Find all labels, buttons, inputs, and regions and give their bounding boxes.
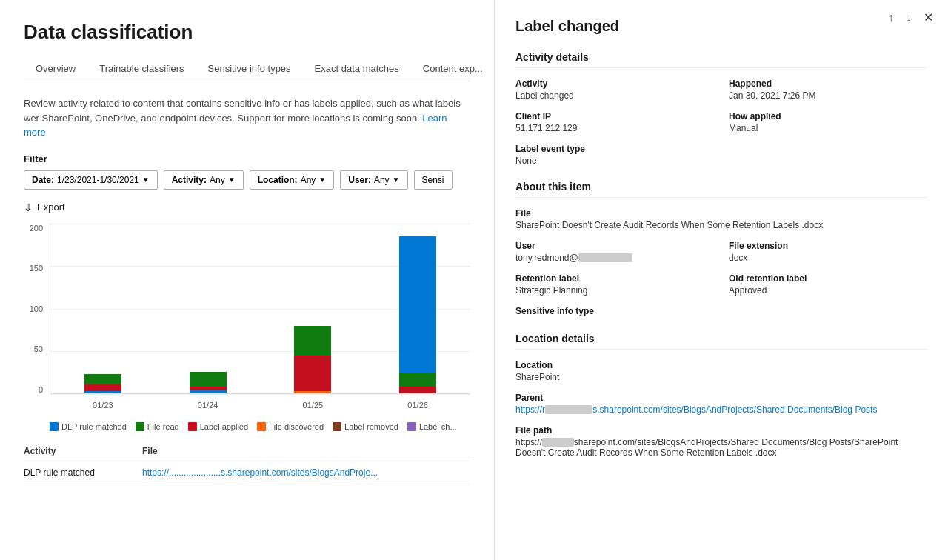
detail-fileext: File extension docx bbox=[729, 241, 927, 263]
legend-fileread-box bbox=[136, 422, 144, 431]
legend-labelapplied-box bbox=[188, 422, 197, 431]
bar-seg-blue-0123 bbox=[84, 391, 121, 393]
tab-content[interactable]: Content exp... bbox=[411, 57, 495, 81]
y-label-200: 200 bbox=[30, 224, 43, 233]
export-button[interactable]: ⇓ Export bbox=[24, 201, 65, 213]
tab-overview[interactable]: Overview bbox=[24, 57, 87, 81]
legend-labelremoved: Label removed bbox=[333, 422, 398, 431]
detail-user: User tony.redmond@ bbox=[515, 241, 714, 263]
bar-seg-green-0124 bbox=[190, 372, 227, 387]
detail-clientip: Client IP 51.171.212.129 bbox=[515, 111, 714, 133]
legend-labelch-box bbox=[407, 422, 416, 431]
page-title: Data classification bbox=[24, 21, 470, 44]
table-header: Activity File bbox=[24, 441, 470, 461]
section-about-title: About this item bbox=[515, 181, 927, 198]
panel-controls: ↑ ↓ ✕ bbox=[885, 9, 936, 26]
detail-location-label: Location bbox=[515, 360, 927, 370]
bar-seg-red-0123 bbox=[84, 384, 121, 391]
location-chevron-icon: ▼ bbox=[318, 176, 326, 184]
x-label-0125: 01/25 bbox=[303, 401, 324, 410]
detail-parent-label: Parent bbox=[515, 393, 927, 403]
user-filter-value: Any bbox=[374, 175, 390, 185]
export-icon: ⇓ bbox=[24, 201, 33, 213]
detail-fileext-value: docx bbox=[729, 253, 927, 263]
section-location-title: Location details bbox=[515, 333, 927, 350]
location-filter[interactable]: Location: Any ▼ bbox=[250, 170, 335, 190]
bar-seg-green-0125 bbox=[294, 326, 331, 356]
legend-labelch: Label ch... bbox=[407, 422, 457, 431]
detail-sensitivetype-label: Sensitive info type bbox=[515, 306, 927, 316]
location-filter-value: Any bbox=[301, 175, 316, 185]
y-label-150: 150 bbox=[30, 264, 43, 273]
activity-chevron-icon: ▼ bbox=[228, 176, 236, 184]
detail-file: File SharePoint Doesn't Create Audit Rec… bbox=[515, 208, 927, 230]
tab-sensitive[interactable]: Sensitive info types bbox=[196, 57, 303, 81]
detail-location-value: SharePoint bbox=[515, 372, 927, 382]
detail-user-value: tony.redmond@ bbox=[515, 253, 714, 263]
legend-dlp-box bbox=[50, 422, 59, 431]
gridline-0 bbox=[50, 394, 470, 395]
legend-fileread-label: File read bbox=[147, 422, 179, 431]
date-filter-label: Date: bbox=[32, 175, 54, 185]
detail-sensitivetype: Sensitive info type bbox=[515, 306, 927, 318]
bar-stack-0124 bbox=[190, 372, 227, 393]
legend-labelremoved-box bbox=[333, 422, 341, 431]
col-header-file: File bbox=[142, 446, 470, 456]
user-filter[interactable]: User: Any ▼ bbox=[340, 170, 407, 190]
sensi-filter[interactable]: Sensi bbox=[414, 170, 453, 190]
x-label-0126: 01/26 bbox=[407, 401, 428, 410]
activity-filter[interactable]: Activity: Any ▼ bbox=[164, 170, 244, 190]
y-axis: 200 150 100 50 0 bbox=[24, 224, 46, 394]
about-grid: User tony.redmond@ File extension docx R… bbox=[515, 241, 927, 318]
bar-group-0126: 01/26 bbox=[365, 224, 470, 393]
legend-filediscovered: File discovered bbox=[257, 422, 324, 431]
left-panel: Data classification Overview Trainable c… bbox=[0, 0, 495, 560]
date-filter-value: 1/23/2021-1/30/2021 bbox=[57, 175, 139, 185]
legend-dlp-label: DLP rule matched bbox=[61, 422, 127, 431]
detail-retlabel: Retention label Strategic Planning bbox=[515, 273, 714, 296]
bar-seg-blue-0126 bbox=[399, 236, 436, 373]
detail-howapplied: How applied Manual bbox=[729, 111, 927, 133]
detail-activity-label: Activity bbox=[515, 79, 714, 89]
parent-blur bbox=[545, 405, 592, 414]
bar-seg-red-0126 bbox=[399, 387, 436, 393]
activity-chart: 200 150 100 50 0 01/23 bbox=[24, 224, 470, 416]
sensi-filter-value: Sensi bbox=[422, 175, 444, 185]
bar-stack-0125 bbox=[294, 326, 331, 393]
description-text: Review activity related to content that … bbox=[24, 96, 470, 140]
detail-oldretlabel: Old retention label Approved bbox=[729, 273, 927, 296]
activity-filter-label: Activity: bbox=[172, 175, 207, 185]
activity-details-grid: Activity Label changed Happened Jan 30, … bbox=[515, 79, 927, 166]
y-label-50: 50 bbox=[34, 344, 43, 353]
detail-clientip-value: 51.171.212.129 bbox=[515, 123, 714, 133]
detail-howapplied-label: How applied bbox=[729, 111, 927, 121]
row-file: https://.....................s.sharepoin… bbox=[142, 467, 470, 478]
close-panel-button[interactable]: ✕ bbox=[921, 9, 936, 26]
legend-dlp: DLP rule matched bbox=[50, 422, 127, 431]
detail-labeleventtype-label: Label event type bbox=[515, 144, 927, 154]
user-filter-label: User: bbox=[348, 175, 371, 185]
detail-retlabel-label: Retention label bbox=[515, 273, 714, 284]
tab-trainable[interactable]: Trainable classifiers bbox=[87, 57, 196, 81]
bar-seg-green-0123 bbox=[84, 374, 121, 384]
legend-filediscovered-label: File discovered bbox=[269, 422, 324, 431]
detail-oldretlabel-value: Approved bbox=[729, 285, 927, 296]
detail-user-label: User bbox=[515, 241, 714, 251]
table-row[interactable]: DLP rule matched https://...............… bbox=[24, 461, 470, 484]
legend-labelremoved-label: Label removed bbox=[344, 422, 398, 431]
scroll-up-button[interactable]: ↑ bbox=[885, 9, 897, 26]
scroll-down-button[interactable]: ↓ bbox=[903, 9, 915, 26]
detail-howapplied-value: Manual bbox=[729, 123, 927, 133]
filepath-blur bbox=[542, 438, 574, 447]
detail-parent-value[interactable]: https://r s.sharepoint.com/sites/BlogsAn… bbox=[515, 404, 927, 415]
learn-more-link[interactable]: Learn more bbox=[24, 113, 447, 139]
tab-exact[interactable]: Exact data matches bbox=[303, 57, 411, 81]
legend-filediscovered-box bbox=[257, 422, 266, 431]
detail-clientip-label: Client IP bbox=[515, 111, 714, 121]
x-label-0123: 01/23 bbox=[93, 401, 113, 410]
user-blur bbox=[578, 253, 632, 262]
bar-seg-red-0125 bbox=[294, 356, 331, 391]
filter-label: Filter bbox=[24, 153, 470, 164]
date-filter[interactable]: Date: 1/23/2021-1/30/2021 ▼ bbox=[24, 170, 158, 190]
section-activity-title: Activity details bbox=[515, 51, 927, 68]
